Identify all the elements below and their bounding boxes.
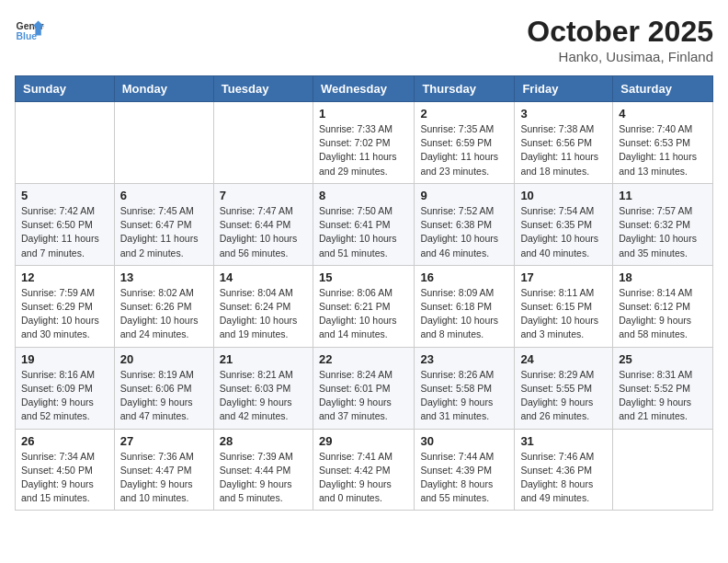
day-cell: 16Sunrise: 8:09 AM Sunset: 6:18 PM Dayli… xyxy=(415,265,515,347)
day-cell: 27Sunrise: 7:36 AM Sunset: 4:47 PM Dayli… xyxy=(114,429,213,511)
day-info: Sunrise: 8:02 AM Sunset: 6:26 PM Dayligh… xyxy=(120,286,208,342)
logo: General Blue xyxy=(15,15,44,44)
day-info: Sunrise: 8:26 AM Sunset: 5:58 PM Dayligh… xyxy=(420,368,508,424)
day-info: Sunrise: 7:44 AM Sunset: 4:39 PM Dayligh… xyxy=(420,450,508,506)
day-cell: 17Sunrise: 8:11 AM Sunset: 6:15 PM Dayli… xyxy=(515,265,613,347)
day-cell: 8Sunrise: 7:50 AM Sunset: 6:41 PM Daylig… xyxy=(313,183,414,265)
day-info: Sunrise: 8:09 AM Sunset: 6:18 PM Dayligh… xyxy=(420,286,508,342)
day-number: 26 xyxy=(21,434,108,448)
day-number: 21 xyxy=(220,352,307,366)
day-info: Sunrise: 8:11 AM Sunset: 6:15 PM Dayligh… xyxy=(520,286,607,342)
weekday-header-tuesday: Tuesday xyxy=(213,76,313,102)
week-row-4: 19Sunrise: 8:16 AM Sunset: 6:09 PM Dayli… xyxy=(16,347,713,429)
day-info: Sunrise: 7:41 AM Sunset: 4:42 PM Dayligh… xyxy=(319,450,408,506)
day-info: Sunrise: 7:38 AM Sunset: 6:56 PM Dayligh… xyxy=(520,122,607,178)
day-cell: 19Sunrise: 8:16 AM Sunset: 6:09 PM Dayli… xyxy=(16,347,115,429)
day-cell: 21Sunrise: 8:21 AM Sunset: 6:03 PM Dayli… xyxy=(213,347,313,429)
day-info: Sunrise: 7:50 AM Sunset: 6:41 PM Dayligh… xyxy=(319,204,408,260)
day-number: 11 xyxy=(619,189,707,202)
day-number: 16 xyxy=(420,270,508,284)
day-cell: 14Sunrise: 8:04 AM Sunset: 6:24 PM Dayli… xyxy=(213,265,313,347)
day-number: 6 xyxy=(120,189,208,202)
day-info: Sunrise: 8:16 AM Sunset: 6:09 PM Dayligh… xyxy=(21,368,108,424)
day-number: 13 xyxy=(120,270,208,284)
day-cell: 30Sunrise: 7:44 AM Sunset: 4:39 PM Dayli… xyxy=(415,429,515,511)
day-number: 8 xyxy=(319,189,408,202)
page-header: General Blue October 2025 Hanko, Uusimaa… xyxy=(15,15,713,64)
day-cell: 10Sunrise: 7:54 AM Sunset: 6:35 PM Dayli… xyxy=(515,183,613,265)
day-cell: 12Sunrise: 7:59 AM Sunset: 6:29 PM Dayli… xyxy=(16,265,115,347)
day-number: 28 xyxy=(220,434,307,448)
day-cell: 31Sunrise: 7:46 AM Sunset: 4:36 PM Dayli… xyxy=(515,429,613,511)
weekday-header-sunday: Sunday xyxy=(16,76,115,102)
day-number: 31 xyxy=(520,434,607,448)
day-info: Sunrise: 7:34 AM Sunset: 4:50 PM Dayligh… xyxy=(21,450,108,506)
day-info: Sunrise: 7:46 AM Sunset: 4:36 PM Dayligh… xyxy=(520,450,607,506)
weekday-header-friday: Friday xyxy=(515,76,613,102)
day-cell: 5Sunrise: 7:42 AM Sunset: 6:50 PM Daylig… xyxy=(16,183,115,265)
day-cell: 22Sunrise: 8:24 AM Sunset: 6:01 PM Dayli… xyxy=(313,347,414,429)
day-number: 17 xyxy=(520,270,607,284)
logo-icon: General Blue xyxy=(15,15,44,44)
calendar-table: SundayMondayTuesdayWednesdayThursdayFrid… xyxy=(15,75,713,511)
day-cell: 23Sunrise: 8:26 AM Sunset: 5:58 PM Dayli… xyxy=(415,347,515,429)
day-cell xyxy=(16,102,115,184)
day-cell: 11Sunrise: 7:57 AM Sunset: 6:32 PM Dayli… xyxy=(613,183,713,265)
day-number: 5 xyxy=(21,189,108,202)
day-cell: 18Sunrise: 8:14 AM Sunset: 6:12 PM Dayli… xyxy=(613,265,713,347)
weekday-header-saturday: Saturday xyxy=(613,76,713,102)
day-cell: 13Sunrise: 8:02 AM Sunset: 6:26 PM Dayli… xyxy=(114,265,213,347)
day-number: 1 xyxy=(319,107,408,121)
day-number: 19 xyxy=(21,352,108,366)
svg-text:Blue: Blue xyxy=(17,31,38,41)
day-cell: 3Sunrise: 7:38 AM Sunset: 6:56 PM Daylig… xyxy=(515,102,613,184)
day-info: Sunrise: 8:24 AM Sunset: 6:01 PM Dayligh… xyxy=(319,368,408,424)
day-number: 2 xyxy=(420,107,508,121)
week-row-3: 12Sunrise: 7:59 AM Sunset: 6:29 PM Dayli… xyxy=(16,265,713,347)
weekday-header-thursday: Thursday xyxy=(415,76,515,102)
day-info: Sunrise: 7:35 AM Sunset: 6:59 PM Dayligh… xyxy=(420,122,508,178)
day-number: 29 xyxy=(319,434,408,448)
day-info: Sunrise: 7:39 AM Sunset: 4:44 PM Dayligh… xyxy=(220,450,307,506)
day-number: 25 xyxy=(619,352,707,366)
day-number: 12 xyxy=(21,270,108,284)
day-number: 27 xyxy=(120,434,208,448)
day-number: 15 xyxy=(319,270,408,284)
day-cell: 4Sunrise: 7:40 AM Sunset: 6:53 PM Daylig… xyxy=(613,102,713,184)
title-block: October 2025 Hanko, Uusimaa, Finland xyxy=(527,15,713,64)
day-number: 23 xyxy=(420,352,508,366)
day-info: Sunrise: 7:45 AM Sunset: 6:47 PM Dayligh… xyxy=(120,204,208,260)
day-info: Sunrise: 7:59 AM Sunset: 6:29 PM Dayligh… xyxy=(21,286,108,342)
day-info: Sunrise: 8:31 AM Sunset: 5:52 PM Dayligh… xyxy=(619,368,707,424)
day-info: Sunrise: 8:14 AM Sunset: 6:12 PM Dayligh… xyxy=(619,286,707,342)
week-row-2: 5Sunrise: 7:42 AM Sunset: 6:50 PM Daylig… xyxy=(16,183,713,265)
day-info: Sunrise: 7:47 AM Sunset: 6:44 PM Dayligh… xyxy=(220,204,307,260)
day-info: Sunrise: 8:04 AM Sunset: 6:24 PM Dayligh… xyxy=(220,286,307,342)
day-info: Sunrise: 8:29 AM Sunset: 5:55 PM Dayligh… xyxy=(520,368,607,424)
day-info: Sunrise: 7:40 AM Sunset: 6:53 PM Dayligh… xyxy=(619,122,707,178)
day-number: 3 xyxy=(520,107,607,121)
day-cell: 6Sunrise: 7:45 AM Sunset: 6:47 PM Daylig… xyxy=(114,183,213,265)
week-row-1: 1Sunrise: 7:33 AM Sunset: 7:02 PM Daylig… xyxy=(16,102,713,184)
day-cell: 20Sunrise: 8:19 AM Sunset: 6:06 PM Dayli… xyxy=(114,347,213,429)
day-number: 9 xyxy=(420,189,508,202)
day-cell: 28Sunrise: 7:39 AM Sunset: 4:44 PM Dayli… xyxy=(213,429,313,511)
day-number: 30 xyxy=(420,434,508,448)
calendar-subtitle: Hanko, Uusimaa, Finland xyxy=(527,49,713,64)
day-info: Sunrise: 7:54 AM Sunset: 6:35 PM Dayligh… xyxy=(520,204,607,260)
day-info: Sunrise: 8:19 AM Sunset: 6:06 PM Dayligh… xyxy=(120,368,208,424)
day-cell xyxy=(613,429,713,511)
day-info: Sunrise: 7:36 AM Sunset: 4:47 PM Dayligh… xyxy=(120,450,208,506)
weekday-header-row: SundayMondayTuesdayWednesdayThursdayFrid… xyxy=(16,76,713,102)
day-cell: 29Sunrise: 7:41 AM Sunset: 4:42 PM Dayli… xyxy=(313,429,414,511)
day-info: Sunrise: 8:21 AM Sunset: 6:03 PM Dayligh… xyxy=(220,368,307,424)
day-cell: 9Sunrise: 7:52 AM Sunset: 6:38 PM Daylig… xyxy=(415,183,515,265)
day-number: 20 xyxy=(120,352,208,366)
day-number: 4 xyxy=(619,107,707,121)
day-number: 10 xyxy=(520,189,607,202)
day-cell: 25Sunrise: 8:31 AM Sunset: 5:52 PM Dayli… xyxy=(613,347,713,429)
day-info: Sunrise: 8:06 AM Sunset: 6:21 PM Dayligh… xyxy=(319,286,408,342)
day-info: Sunrise: 7:57 AM Sunset: 6:32 PM Dayligh… xyxy=(619,204,707,260)
week-row-5: 26Sunrise: 7:34 AM Sunset: 4:50 PM Dayli… xyxy=(16,429,713,511)
day-info: Sunrise: 7:52 AM Sunset: 6:38 PM Dayligh… xyxy=(420,204,508,260)
